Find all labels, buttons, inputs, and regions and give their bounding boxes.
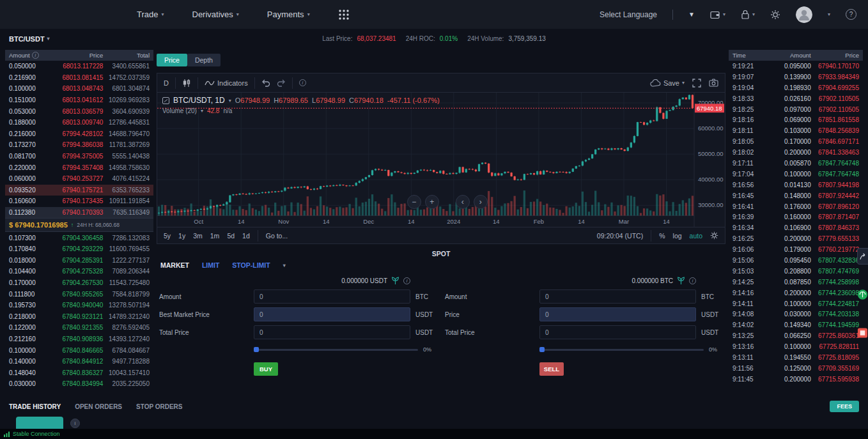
tab-price[interactable]: Price [157,54,187,66]
bid-row[interactable]: 0.17084067904.29322911600.769455 [5,243,153,255]
sell-amount-slider[interactable] [539,349,704,351]
tab-market[interactable]: MARKET [160,261,189,269]
avatar[interactable] [796,6,812,23]
chart-symbol[interactable]: BTC/USDT, 1D [173,96,225,105]
ask-row[interactable]: 0.08170067994.3750055555.140438 [5,151,153,162]
info-icon[interactable]: i [403,277,410,284]
bid-row[interactable]: 0.17000067904.26753011543.725480 [5,277,153,289]
bid-row[interactable]: 0.19573067840.94004013278.507194 [5,300,153,311]
indicators-button[interactable]: Indicators [205,79,248,87]
range-5d[interactable]: 5d [227,232,235,240]
floating-feedback-button[interactable] [857,325,868,341]
account-dropdown-caret-icon[interactable]: ▾ [828,12,830,17]
buy-slider-handle[interactable] [254,347,259,352]
bid-row[interactable]: 0.10730067904.3064587286.132083 [5,232,153,243]
percent-scale-button[interactable]: % [659,232,665,240]
tab-open-orders[interactable]: OPEN ORDERS [75,403,122,410]
range-5y[interactable]: 5y [164,232,171,240]
bid-row[interactable]: 0.14804067840.83632710043.157410 [5,367,153,378]
bid-row[interactable]: 0.12200067840.9213558276.592405 [5,322,153,334]
ask-row[interactable]: 0.21600067994.42810214688.796470 [5,128,153,140]
tab-limit[interactable]: LIMIT [202,261,219,269]
ask-row[interactable]: 0.18800068013.00974012786.445831 [5,117,153,128]
tab-depth[interactable]: Depth [187,54,221,66]
zoom-in-icon[interactable]: + [425,195,439,209]
floating-share-button[interactable] [857,248,868,265]
bid-row[interactable]: 0.21800067840.92312114789.321240 [5,311,153,322]
nav-derivatives[interactable]: Derivatives ▾ [192,10,239,19]
info-icon[interactable]: i [689,277,696,284]
ask-row[interactable]: 0.10000068013.0487436801.304874 [5,83,153,95]
nav-trade[interactable]: Trade ▾ [137,10,164,19]
volume-indicator-na: n/a [223,107,232,114]
wallet-menu[interactable]: ▾ [710,10,725,19]
settings-button[interactable] [770,10,780,20]
tab-stop-orders[interactable]: STOP ORDERS [136,403,182,410]
ask-row[interactable]: 0.21690068013.08141514752.037359 [5,72,153,84]
auto-scale-button[interactable]: auto [690,232,702,240]
scroll-left-icon[interactable]: ‹ [456,195,470,209]
goto-button[interactable]: Go to... [266,232,288,240]
security-menu[interactable]: ▾ [741,10,755,19]
sell-slider-handle[interactable] [539,347,545,352]
range-3m[interactable]: 3m [193,232,203,240]
sell-amount-input[interactable] [539,289,696,304]
buy-button[interactable]: BUY [254,362,278,376]
bid-row[interactable]: 0.14000067840.8449129497.718288 [5,356,153,367]
chart-area[interactable]: BTC/USDT, 1D ▾ O67948.99 H67989.65 L6794… [157,93,725,227]
help-icon[interactable]: ? [846,9,856,20]
ask-row[interactable]: 0.05000068013.1172283400.655861 [5,61,153,72]
ask-row[interactable]: 0.11238067940.1703937635.116349 [5,207,153,219]
sell-total-input[interactable] [539,325,696,339]
ask-row[interactable]: 0.06000067940.2537274076.415224 [5,173,153,185]
zoom-out-icon[interactable]: − [407,195,421,209]
info-icon[interactable]: i [32,52,39,59]
apps-grid-icon[interactable] [338,9,350,20]
pair-selector[interactable]: BTC/USDT ▾ [9,35,50,43]
chart-settings-gear-icon[interactable] [710,231,718,240]
range-1y[interactable]: 1y [178,232,185,240]
chevron-down-icon[interactable]: ▾ [229,98,231,104]
select-language-button[interactable]: Select Language [600,10,657,19]
bid-row[interactable]: 0.10000067840.8466656784.084667 [5,344,153,356]
nav-payments[interactable]: Payments ▾ [267,10,310,19]
fees-button[interactable]: FEES [830,401,859,412]
buy-amount-slider[interactable] [254,349,418,351]
range-1m[interactable]: 1m [210,232,220,240]
bid-row[interactable]: 0.21216067840.90893614393.127240 [5,334,153,345]
bid-row[interactable]: 0.03000067840.8349942035.225050 [5,378,153,390]
cutoff-info-circle-icon[interactable]: i [70,419,80,428]
tab-trade-history[interactable]: TRADE HISTORY [9,403,61,410]
ask-row[interactable]: 0.17327067994.38603811781.387269 [5,139,153,151]
buy-total-input[interactable] [254,325,410,339]
more-order-types-caret-icon[interactable]: ▾ [283,263,286,268]
volume-indicator-label[interactable]: Volume (20) [162,107,197,114]
sell-price-input[interactable] [539,307,696,321]
bid-row[interactable]: 0.01800067904.2853911222.277137 [5,255,153,266]
bid-row[interactable]: 0.10440067904.2753287089.206344 [5,266,153,277]
ask-row[interactable]: 0.05300068013.0365793604.690939 [5,105,153,117]
tab-stop-limit[interactable]: STOP-LIMIT [232,261,270,269]
save-layout-button[interactable]: Save ▾ [650,79,685,87]
ask-row[interactable]: 0.22000067994.35740814958.758630 [5,162,153,173]
floating-support-button[interactable] [857,286,868,303]
buy-price-input[interactable] [254,307,410,321]
chart-info-icon[interactable]: i [299,79,306,86]
ask-row[interactable]: 0.15100068013.04161210269.969283 [5,95,153,106]
undo-icon[interactable] [261,79,270,87]
buy-amount-input[interactable] [254,289,410,304]
fullscreen-icon[interactable] [692,79,701,88]
range-1d[interactable]: 1d [242,232,250,240]
chevron-down-icon[interactable]: ▾ [201,108,203,114]
ask-row[interactable]: 0.09352067940.1757216353.765233 [5,185,153,196]
redo-icon[interactable] [277,79,286,87]
language-dropdown-caret-icon[interactable]: ▼ [688,11,695,18]
ask-row[interactable]: 0.16060067940.17343510911.191854 [5,196,153,207]
camera-icon[interactable] [709,79,718,87]
scroll-right-icon[interactable]: › [474,195,488,209]
candles-style-icon[interactable] [182,79,191,88]
log-scale-button[interactable]: log [673,232,682,240]
sell-button[interactable]: SELL [539,362,564,376]
interval-button[interactable]: D [164,79,169,87]
bid-row[interactable]: 0.11180067840.9552657584.818799 [5,288,153,300]
